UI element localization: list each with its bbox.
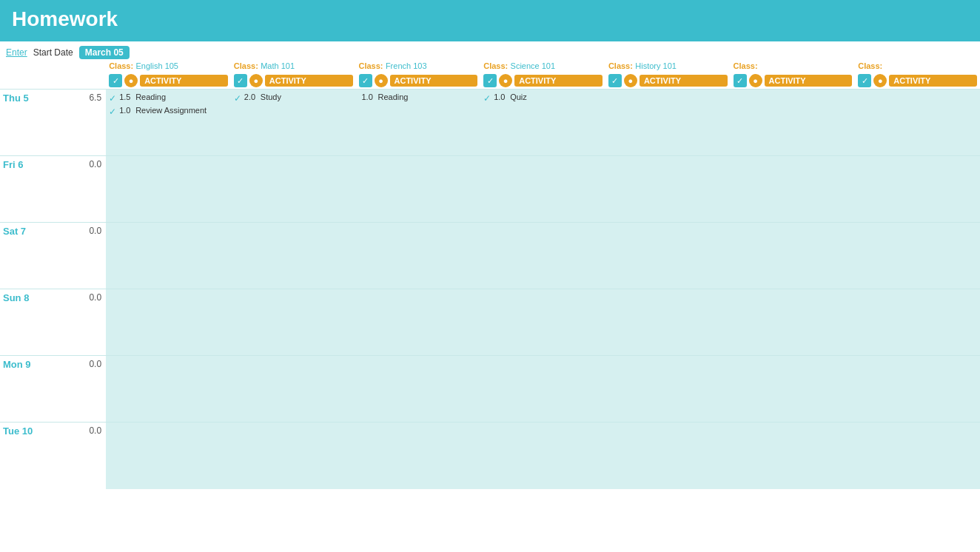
cell-class-3-1[interactable] — [231, 289, 356, 356]
cell-class-5-6[interactable] — [855, 423, 980, 489]
activity-header-history101: ✓ ● ACTIVITY — [605, 73, 731, 90]
cell-class-1-0[interactable] — [106, 156, 231, 223]
class-header-class7: Class: — [855, 59, 980, 73]
activity-total-empty — [75, 73, 106, 90]
cell-class-5-0[interactable] — [106, 423, 231, 489]
homework-entry: ✓ 1.5 Reading — [109, 92, 228, 104]
homework-entry: 1.0 Reading — [359, 92, 478, 101]
cell-class-4-4[interactable] — [605, 356, 731, 423]
cell-total-5: 0.0 — [75, 423, 106, 489]
activity-label-math101[interactable]: ACTIVITY — [265, 75, 353, 87]
check-btn-history101[interactable]: ✓ — [608, 74, 622, 87]
cell-class-3-0[interactable] — [106, 289, 231, 356]
cell-class-2-5[interactable] — [731, 223, 856, 289]
grid-container: Class: English 105Class: Math 101Class: … — [0, 59, 980, 489]
hw-desc: Quiz — [510, 92, 527, 101]
info-btn-math101[interactable]: ● — [249, 74, 263, 87]
cell-class-1-5[interactable] — [731, 156, 856, 223]
cell-class-3-2[interactable] — [356, 289, 481, 356]
check-btn-english105[interactable]: ✓ — [109, 74, 122, 87]
hw-check: ✓ — [483, 93, 491, 104]
cell-class-1-3[interactable] — [480, 156, 605, 223]
cell-class-4-0[interactable] — [106, 356, 231, 423]
hw-check: ✓ — [109, 107, 116, 117]
cell-class-1-6[interactable] — [855, 156, 980, 223]
activity-label-class6[interactable]: ACTIVITY — [765, 75, 853, 87]
cell-class-0-4[interactable] — [605, 90, 731, 156]
info-btn-history101[interactable]: ● — [624, 74, 637, 87]
cell-class-2-3[interactable] — [480, 223, 605, 289]
header: Homework — [0, 0, 980, 41]
cell-date-3: Sun 8 — [0, 289, 75, 356]
cell-total-1: 0.0 — [75, 156, 106, 223]
cell-class-1-4[interactable] — [605, 156, 731, 223]
cell-class-3-6[interactable] — [855, 289, 980, 356]
cell-class-5-5[interactable] — [731, 423, 856, 489]
enter-link[interactable]: Enter — [6, 47, 27, 58]
cell-class-2-6[interactable] — [855, 223, 980, 289]
cell-class-0-3[interactable]: ✓ 1.0 Quiz — [480, 90, 605, 156]
cell-date-5: Tue 10 — [0, 423, 75, 489]
cell-class-5-3[interactable] — [480, 423, 605, 489]
info-btn-class7[interactable]: ● — [873, 74, 887, 87]
cell-class-2-0[interactable] — [106, 223, 231, 289]
activity-header-math101: ✓ ● ACTIVITY — [231, 73, 356, 90]
cell-class-2-2[interactable] — [356, 223, 481, 289]
check-btn-math101[interactable]: ✓ — [234, 74, 247, 87]
date-header-empty — [0, 59, 75, 73]
cell-class-0-5[interactable] — [731, 90, 856, 156]
cell-class-4-1[interactable] — [231, 356, 356, 423]
activity-label-class7[interactable]: ACTIVITY — [889, 75, 977, 87]
cell-class-5-1[interactable] — [231, 423, 356, 489]
hw-check: ✓ — [234, 93, 241, 104]
info-btn-class6[interactable]: ● — [749, 74, 762, 87]
info-btn-english105[interactable]: ● — [124, 74, 138, 87]
info-btn-science101[interactable]: ● — [499, 74, 512, 87]
cell-class-2-4[interactable] — [605, 223, 731, 289]
cell-class-4-3[interactable] — [480, 356, 605, 423]
hw-hours: 1.0 — [119, 106, 132, 115]
cell-class-1-1[interactable] — [231, 156, 356, 223]
cell-class-0-0[interactable]: ✓ 1.5 Reading ✓ 1.0 Review Assignment — [106, 90, 231, 156]
activity-label-english105[interactable]: ACTIVITY — [140, 75, 228, 87]
controls-row: Enter Start Date March 05 — [0, 41, 980, 59]
hw-desc: Study — [261, 92, 281, 101]
check-btn-class7[interactable]: ✓ — [858, 74, 871, 87]
cell-class-4-5[interactable] — [731, 356, 856, 423]
cell-class-1-2[interactable] — [356, 156, 481, 223]
check-btn-french103[interactable]: ✓ — [359, 74, 372, 87]
activity-label-french103[interactable]: ACTIVITY — [390, 75, 478, 87]
hw-desc: Review Assignment — [135, 106, 207, 115]
cell-date-2: Sat 7 — [0, 223, 75, 289]
activity-label-science101[interactable]: ACTIVITY — [514, 75, 603, 87]
cell-class-3-4[interactable] — [605, 289, 731, 356]
cell-class-5-2[interactable] — [356, 423, 481, 489]
cell-class-4-2[interactable] — [356, 356, 481, 423]
hw-hours: 1.0 — [362, 92, 375, 101]
check-btn-science101[interactable]: ✓ — [483, 74, 497, 87]
hw-check: ✓ — [109, 93, 116, 104]
homework-entry: ✓ 2.0 Study — [234, 92, 353, 104]
table-row: Mon 90.0 — [0, 356, 980, 423]
hw-desc: Reading — [135, 92, 166, 101]
cell-class-0-1[interactable]: ✓ 2.0 Study — [231, 90, 356, 156]
activity-label-history101[interactable]: ACTIVITY — [640, 75, 728, 87]
class-header-science101: Class: Science 101 — [480, 59, 605, 73]
cell-class-2-1[interactable] — [231, 223, 356, 289]
info-btn-french103[interactable]: ● — [375, 74, 388, 87]
current-date-pill[interactable]: March 05 — [79, 46, 130, 59]
page-title: Homework — [12, 7, 968, 31]
activity-header-class6: ✓ ● ACTIVITY — [731, 73, 856, 90]
check-btn-class6[interactable]: ✓ — [734, 74, 747, 87]
cell-class-0-2[interactable]: 1.0 Reading — [356, 90, 481, 156]
class-header-class6: Class: — [731, 59, 856, 73]
activity-header-science101: ✓ ● ACTIVITY — [480, 73, 605, 90]
cell-class-5-4[interactable] — [605, 423, 731, 489]
cell-date-0: Thu 5 — [0, 90, 75, 156]
cell-total-0: 6.5 — [75, 90, 106, 156]
cell-class-3-5[interactable] — [731, 289, 856, 356]
cell-class-4-6[interactable] — [855, 356, 980, 423]
cell-class-3-3[interactable] — [480, 289, 605, 356]
cell-total-4: 0.0 — [75, 356, 106, 423]
cell-class-0-6[interactable] — [855, 90, 980, 156]
